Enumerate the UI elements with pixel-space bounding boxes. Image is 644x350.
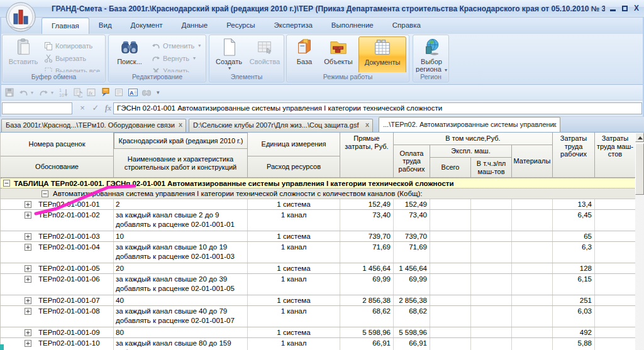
table-row[interactable]: ТЕРп02-01-001-06за каждый канал свыше 20… <box>1 274 635 295</box>
properties-button[interactable]: Свойства <box>247 36 282 74</box>
maximize-icon[interactable] <box>622 6 628 11</box>
region-select-button[interactable]: Выбор региона ▾ <box>415 36 448 74</box>
properties-sheet-icon[interactable] <box>113 86 125 99</box>
cut-button[interactable]: Вырезать <box>42 52 86 64</box>
cell-pay: 69,99 <box>394 274 430 295</box>
window-left-border <box>0 18 1 117</box>
table-row[interactable]: ТЕРп02-01-001-08за каждый канал свыше 40… <box>1 306 635 327</box>
cell-code: ТЕРп02-01-001-02 <box>1 210 114 231</box>
undo-dropdown-icon[interactable]: ▾ <box>198 43 201 48</box>
scroll-up-icon[interactable] <box>635 133 644 142</box>
table-row[interactable]: ТЕРп02-01-001-10за каждый канал свыше 80… <box>1 338 635 350</box>
ribbon-tab[interactable]: Выполнение <box>322 18 383 34</box>
tab-close-icon[interactable]: X <box>365 122 369 128</box>
row-code: ТЕРп02-01-001-02 <box>38 211 100 220</box>
table-row[interactable]: ТЕРп02-01-001-03101 система739,70739,706… <box>1 231 635 242</box>
scrollbar-thumb[interactable] <box>635 143 644 195</box>
cell-labor: 6,15 <box>553 274 595 295</box>
ribbon-tab[interactable]: Данные <box>172 18 218 34</box>
collapse-minus-icon[interactable] <box>42 190 48 197</box>
cell-labor_mach <box>595 306 635 327</box>
redo-dropdown-icon[interactable]: ▾ <box>193 55 196 61</box>
create-button[interactable]: Создать ▾ <box>212 36 246 74</box>
cell-materials <box>512 263 553 273</box>
expand-plus-icon[interactable] <box>25 244 31 251</box>
tab-close-icon[interactable]: X <box>179 122 182 128</box>
text-block-icon[interactable]: A <box>126 86 139 99</box>
undo-button[interactable]: Отменить ▾ <box>149 40 201 52</box>
cell-materials <box>512 231 553 241</box>
ribbon-tab[interactable]: Справка <box>383 18 430 34</box>
table-group-band[interactable]: ТАБЛИЦА ТЕРп02-01-001. ГЭСНп 02-01-001 А… <box>1 178 635 189</box>
sort-numeric-icon[interactable]: 1 10 <box>57 86 70 99</box>
app-logo-icon[interactable] <box>5 1 36 33</box>
search-binoculars-icon[interactable] <box>140 86 153 99</box>
insert-colored-icon[interactable] <box>99 86 111 99</box>
expand-plus-icon[interactable] <box>25 329 31 336</box>
objects-mode-button[interactable]: Объекты <box>319 36 357 74</box>
toolbar-overflow-icon[interactable]: ▾ <box>157 89 162 96</box>
confirm-icon[interactable]: ✓ <box>90 102 101 114</box>
cell-mach_salary <box>471 199 512 209</box>
cell-pay: 152,49 <box>394 199 430 209</box>
document-tab[interactable]: ...\ТЕРп02. Автоматизированные системы у… <box>379 117 560 132</box>
search-button[interactable]: Поиск... <box>113 36 147 74</box>
cell-name: за каждый канал свыше 2 до 9 добавлять к… <box>114 210 248 231</box>
cell-pay: 5 598,96 <box>394 327 430 337</box>
cell-reference-input[interactable] <box>2 102 72 114</box>
cancel-icon[interactable]: × <box>77 102 88 114</box>
table-row[interactable]: ТЕРп02-01-001-04за каждый канал свыше 10… <box>1 242 635 263</box>
document-tab[interactable]: D:\Сельские клубы 2007г\Для жиз...\Соц з… <box>189 119 373 132</box>
copy-icon <box>44 41 53 50</box>
redo-small-dropdown-icon[interactable]: ▾ <box>51 90 56 96</box>
expand-plus-icon[interactable] <box>25 297 31 304</box>
formula-box-icon[interactable]: fx <box>85 86 97 99</box>
expand-plus-icon[interactable] <box>25 276 31 283</box>
table-row[interactable]: ТЕРп02-01-001-07401 система2 856,382 856… <box>1 295 635 306</box>
svg-text:10: 10 <box>59 93 64 97</box>
collapse-minus-icon[interactable] <box>3 180 10 187</box>
document-tab[interactable]: База 2001г.\Краснод...\ТЕРм10. Оборудова… <box>1 119 186 132</box>
expand-plus-icon[interactable] <box>25 233 31 240</box>
table-subgroup-band[interactable]: Автоматизированная система управления I … <box>1 189 635 199</box>
ribbon-tab[interactable]: Документ <box>121 18 172 34</box>
ribbon-tab[interactable]: Ресурсы <box>217 18 264 34</box>
vertical-scrollbar[interactable] <box>635 133 644 350</box>
cell-labor: 6,03 <box>553 306 595 327</box>
function-icon[interactable]: fx <box>103 102 114 114</box>
expand-plus-icon[interactable] <box>25 340 31 347</box>
copy-button[interactable]: Копировать <box>42 40 92 52</box>
ribbon-tab[interactable]: Главная <box>42 18 89 34</box>
redo-small-icon[interactable] <box>37 86 50 99</box>
table-row[interactable]: ТЕРп02-01-001-0121 система152,49152,4913… <box>1 199 635 210</box>
minimize-icon[interactable] <box>610 9 616 11</box>
undo-small-dropdown-icon[interactable]: ▾ <box>31 90 36 96</box>
expand-plus-icon[interactable] <box>25 201 31 208</box>
expand-plus-icon[interactable] <box>25 308 31 315</box>
documents-mode-button[interactable]: Документы <box>358 36 406 74</box>
cell-direct: 2 856,38 <box>340 295 394 305</box>
expand-plus-icon[interactable] <box>25 212 31 219</box>
formula-bar: × ✓ fx ГЭСНп 02-01-001 Автоматизированны… <box>0 101 644 117</box>
table-row[interactable]: ТЕРп02-01-001-05201 система1 456,641 456… <box>1 263 635 274</box>
svg-text:1: 1 <box>59 88 62 92</box>
table-row[interactable]: ТЕРп02-01-001-02за каждый канал свыше 2 … <box>1 210 635 231</box>
redo-button[interactable]: Вернуть ▾ <box>149 52 196 64</box>
header-region-box[interactable]: Краснодарский край (редакция 2010 г.) <box>114 133 248 149</box>
paste-button[interactable]: Вставить <box>6 36 40 74</box>
tab-close-icon[interactable]: X <box>553 122 557 128</box>
undo-small-icon[interactable] <box>17 86 30 99</box>
table-row[interactable]: ТЕРп02-01-001-09801 система5 598,965 598… <box>1 327 635 338</box>
base-mode-button[interactable]: База <box>291 36 318 74</box>
formula-expression-input[interactable]: ГЭСНп 02-01-001 Автоматизированные систе… <box>113 102 642 114</box>
save-icon[interactable] <box>3 86 16 99</box>
close-icon[interactable]: X <box>634 5 639 11</box>
cell-materials <box>512 327 553 337</box>
objects-label: Объекты <box>324 58 352 65</box>
create-dropdown-icon[interactable]: ▾ <box>228 65 231 71</box>
ribbon-tab[interactable]: Экспертиза <box>265 18 322 34</box>
expand-plus-icon[interactable] <box>25 265 31 272</box>
cell-code: ТЕРп02-01-001-08 <box>1 306 114 327</box>
ribbon-tab[interactable]: Вид <box>89 18 121 34</box>
recalculate-icon[interactable] <box>71 86 84 99</box>
